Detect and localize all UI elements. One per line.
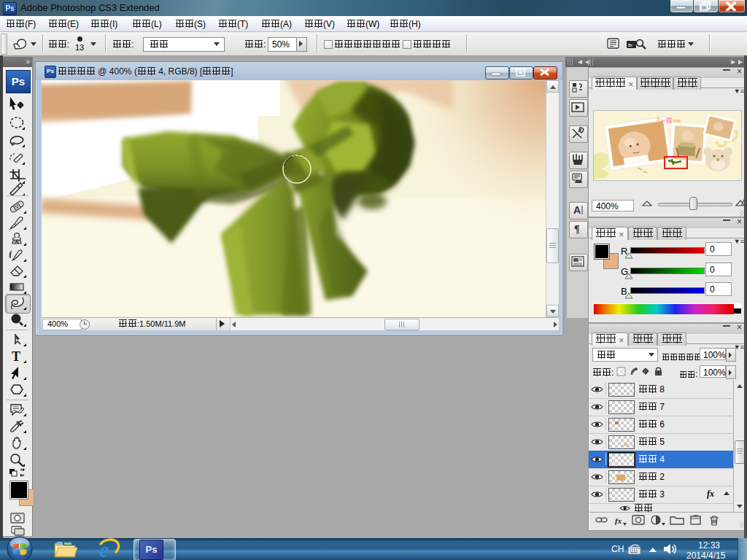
svg-text:fx: fx — [615, 516, 622, 525]
svg-text:me: me — [673, 117, 681, 124]
svg-text:A: A — [573, 204, 581, 216]
svg-text:¶: ¶ — [574, 224, 580, 235]
svg-text:H: H — [661, 117, 665, 124]
svg-text:S: S — [657, 115, 660, 122]
svg-text:T: T — [12, 349, 20, 364]
svg-text:Br: Br — [628, 43, 632, 47]
